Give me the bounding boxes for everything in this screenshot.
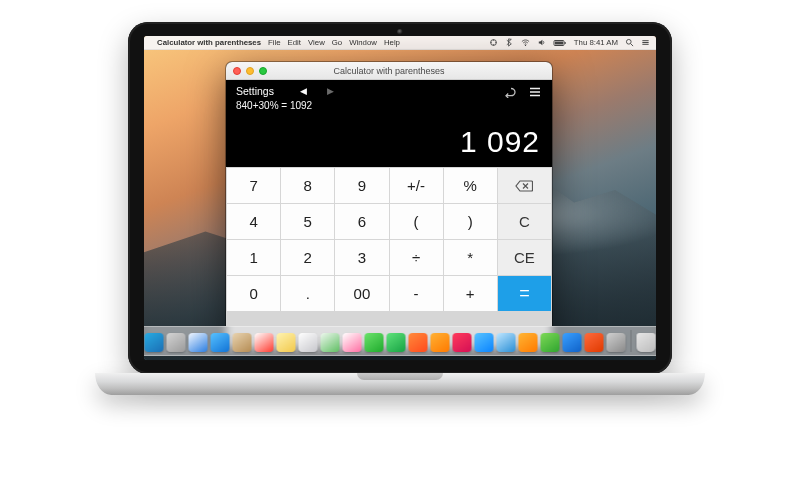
multiply-key[interactable]: * xyxy=(444,240,497,275)
laptop-frame: Calculator with parentheses File Edit Vi… xyxy=(128,22,672,407)
close-paren-key[interactable]: ) xyxy=(444,204,497,239)
dock-app-systemprefs[interactable] xyxy=(607,333,626,352)
clear-key[interactable]: C xyxy=(498,204,551,239)
dock-app-finder[interactable] xyxy=(145,333,164,352)
dock-app-mail[interactable] xyxy=(211,333,230,352)
calculation-result: 1 092 xyxy=(236,125,542,159)
dock-app-preview[interactable] xyxy=(497,333,516,352)
camera-dot xyxy=(397,29,403,35)
dock-app-keynote[interactable] xyxy=(563,333,582,352)
minus-key[interactable]: - xyxy=(390,276,443,311)
title-bar[interactable]: Calculator with parentheses xyxy=(226,62,552,80)
history-back-icon[interactable]: ◀ xyxy=(300,86,307,96)
dock-app-maps[interactable] xyxy=(321,333,340,352)
settings-link[interactable]: Settings xyxy=(236,85,274,97)
calculator-window: Calculator with parentheses Settings ◀ ▶ xyxy=(226,62,552,348)
dock-app-notes[interactable] xyxy=(277,333,296,352)
divide-key[interactable]: ÷ xyxy=(390,240,443,275)
svg-rect-4 xyxy=(555,42,563,45)
digit-8-key[interactable]: 8 xyxy=(281,168,334,203)
menu-window[interactable]: Window xyxy=(349,38,377,47)
laptop-base xyxy=(95,373,705,395)
digit-1-key[interactable]: 1 xyxy=(227,240,280,275)
dock-app-safari[interactable] xyxy=(189,333,208,352)
trackpad-notch xyxy=(357,373,443,380)
wifi-icon[interactable] xyxy=(521,38,530,47)
dock xyxy=(144,326,656,356)
svg-point-1 xyxy=(525,45,526,46)
menu-icon[interactable] xyxy=(641,38,650,47)
clear-entry-key[interactable]: CE xyxy=(498,240,551,275)
digit-4-key[interactable]: 4 xyxy=(227,204,280,239)
digit-5-key[interactable]: 5 xyxy=(281,204,334,239)
app-name-menu[interactable]: Calculator with parentheses xyxy=(157,38,261,47)
dock-app-pages[interactable] xyxy=(519,333,538,352)
list-icon[interactable] xyxy=(528,84,542,96)
dock-app-numbers[interactable] xyxy=(541,333,560,352)
equals-key[interactable]: = xyxy=(498,276,551,311)
open-paren-key[interactable]: ( xyxy=(390,204,443,239)
desktop: Calculator with parentheses File Edit Vi… xyxy=(144,36,656,360)
menu-help[interactable]: Help xyxy=(384,38,400,47)
battery-icon[interactable] xyxy=(553,38,567,47)
dock-app-appstore[interactable] xyxy=(475,333,494,352)
dock-trash[interactable] xyxy=(637,333,656,352)
volume-icon[interactable] xyxy=(537,38,546,47)
double-zero-key[interactable]: 00 xyxy=(335,276,388,311)
dock-separator xyxy=(631,330,632,352)
svg-point-5 xyxy=(626,39,631,44)
menu-view[interactable]: View xyxy=(308,38,325,47)
digit-9-key[interactable]: 9 xyxy=(335,168,388,203)
dock-app-messages[interactable] xyxy=(365,333,384,352)
dock-app-photobooth[interactable] xyxy=(409,333,428,352)
undo-icon[interactable] xyxy=(502,84,516,96)
window-title: Calculator with parentheses xyxy=(226,66,552,76)
screen-bezel: Calculator with parentheses File Edit Vi… xyxy=(128,22,672,374)
menu-file[interactable]: File xyxy=(268,38,281,47)
menu-bar: Calculator with parentheses File Edit Vi… xyxy=(144,36,656,50)
dock-app-ibooks[interactable] xyxy=(431,333,450,352)
calculator-display-panel: Settings ◀ ▶ 840+30% xyxy=(226,80,552,167)
decimal-key[interactable]: . xyxy=(281,276,334,311)
dock-app-launchpad[interactable] xyxy=(167,333,186,352)
menu-clock[interactable]: Thu 8:41 AM xyxy=(574,38,618,47)
dock-app-itunes[interactable] xyxy=(453,333,472,352)
percent-key[interactable]: % xyxy=(444,168,497,203)
digit-0-key[interactable]: 0 xyxy=(227,276,280,311)
plus-key[interactable]: + xyxy=(444,276,497,311)
dock-app-calendar[interactable] xyxy=(255,333,274,352)
calculator-keypad: 789+/-%456()C123÷*CE0.00-+= xyxy=(226,167,552,348)
history-forward-icon[interactable]: ▶ xyxy=(327,86,334,96)
digit-6-key[interactable]: 6 xyxy=(335,204,388,239)
dock-app-reminders[interactable] xyxy=(299,333,318,352)
digit-2-key[interactable]: 2 xyxy=(281,240,334,275)
bluetooth-icon[interactable] xyxy=(505,38,514,47)
search-icon[interactable] xyxy=(625,38,634,47)
calculation-history: 840+30% = 1092 xyxy=(236,100,542,111)
backspace-key[interactable] xyxy=(498,168,551,203)
aux-menu-icon[interactable] xyxy=(489,38,498,47)
menu-edit[interactable]: Edit xyxy=(288,38,301,47)
dock-app-contacts[interactable] xyxy=(233,333,252,352)
digit-3-key[interactable]: 3 xyxy=(335,240,388,275)
dock-app-calculator[interactable] xyxy=(585,333,604,352)
menu-extras: Thu 8:41 AM xyxy=(489,38,650,47)
dock-app-facetime[interactable] xyxy=(387,333,406,352)
svg-rect-3 xyxy=(564,42,565,44)
dock-app-photos[interactable] xyxy=(343,333,362,352)
digit-7-key[interactable]: 7 xyxy=(227,168,280,203)
menu-go[interactable]: Go xyxy=(332,38,342,47)
sign-toggle-key[interactable]: +/- xyxy=(390,168,443,203)
